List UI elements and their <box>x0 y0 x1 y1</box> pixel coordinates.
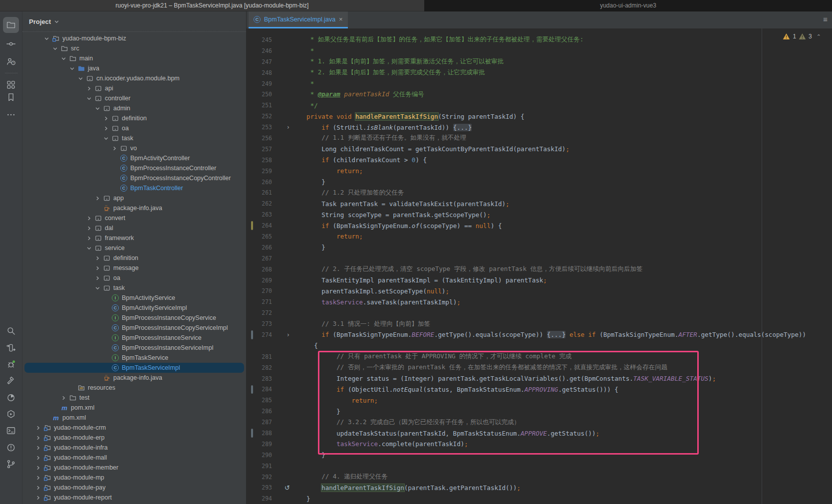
tree-item-vo[interactable]: vo <box>24 143 244 153</box>
tree-item-dal[interactable]: dal <box>24 223 244 233</box>
code-line-246[interactable]: 246 * <box>247 45 832 56</box>
tree-item-yudao-module-bpm-biz[interactable]: yudao-module-bpm-biz <box>24 33 244 43</box>
code-line-268[interactable]: 268 // 2. 子任务已处理完成，清空 scopeType 字段，修改 pa… <box>247 264 832 275</box>
chevron-expanded-icon[interactable] <box>50 46 60 51</box>
code-line-282[interactable]: 282 // 否则，一个未审批的 parentTask 任务，在加签出来的任务都… <box>247 362 832 373</box>
chevron-collapsed-icon[interactable] <box>33 475 43 481</box>
chevron-collapsed-icon[interactable] <box>84 216 94 221</box>
inspections-widget[interactable]: 1 3 ⌃ <box>783 33 821 40</box>
code-line-262[interactable]: 262 Task parentTask = validateTaskExist(… <box>247 198 832 209</box>
tree-item-bpmprocessinstancecontroller[interactable]: CBpmProcessInstanceController <box>24 163 244 173</box>
chevron-collapsed-icon[interactable] <box>93 196 102 201</box>
tree-item-java[interactable]: java <box>24 63 244 73</box>
fold-arrow-icon[interactable]: › <box>272 124 291 131</box>
chevron-collapsed-icon[interactable] <box>101 126 111 131</box>
transfer-icon[interactable] <box>3 340 19 356</box>
chevron-collapsed-icon[interactable] <box>93 255 102 261</box>
chevron-expanded-icon[interactable] <box>42 36 51 41</box>
tree-item-src[interactable]: src <box>24 43 244 53</box>
code-line-291[interactable]: 291 <box>247 461 832 472</box>
code-line-281[interactable]: 281 // 只有 parentTask 处于 APPROVING 的情况下，才… <box>247 351 832 362</box>
tree-item-test[interactable]: test <box>24 393 244 403</box>
code-line-258[interactable]: 258 if (childrenTaskCount > 0) { <box>247 155 832 166</box>
tree-item-app[interactable]: app <box>24 193 244 203</box>
code-line-256[interactable]: 256 // 1.1 判断是否还有子任务。如果没有，就不处理 <box>247 133 832 144</box>
bookmarks-icon[interactable] <box>3 89 19 105</box>
chevron-collapsed-icon[interactable] <box>33 455 43 461</box>
tree-item-definition[interactable]: definition <box>24 253 244 263</box>
code-line-284[interactable]: 284 if (ObjectUtil.notEqual(status, BpmT… <box>247 384 832 395</box>
code-editor[interactable]: 245 * 如果父任务是有前后【加签】的任务，如果它【加签】出来的子任务都被处理… <box>247 28 832 504</box>
tree-item-bpmprocessinstanceserviceimpl[interactable]: CBpmProcessInstanceServiceImpl <box>24 343 244 353</box>
tree-item-bpmtaskserviceimpl[interactable]: CBpmTaskServiceImpl <box>24 363 244 373</box>
more-icon[interactable] <box>3 107 19 123</box>
code-line-253[interactable]: 253› if (StrUtil.isBlank(parentTaskId)) … <box>247 122 832 133</box>
chevron-collapsed-icon[interactable] <box>84 226 94 231</box>
tab-bpmtaskserviceimpl[interactable]: C BpmTaskServiceImpl.java × <box>249 11 348 28</box>
project-icon[interactable] <box>3 17 19 33</box>
tree-item-bpmprocessinstancecopycontroller[interactable]: CBpmProcessInstanceCopyController <box>24 173 244 183</box>
tree-item-service[interactable]: service <box>24 243 244 253</box>
chevron-collapsed-icon[interactable] <box>101 116 111 121</box>
chevron-collapsed-icon[interactable] <box>59 395 68 401</box>
tree-item-oa[interactable]: oa <box>24 273 244 283</box>
tree-item-cn-iocoder-yudao-module-bpm[interactable]: cn.iocoder.yudao.module.bpm <box>24 73 244 83</box>
tabbar-options-icon[interactable]: ≡ <box>823 15 828 23</box>
code-line-274[interactable]: 274› if (BpmTaskSignTypeEnum.BEFORE.getT… <box>247 329 832 340</box>
services-icon[interactable] <box>3 406 19 422</box>
tree-item-yudao-module-crm[interactable]: yudao-module-crm <box>24 423 244 433</box>
code-line-260[interactable]: 260 } <box>247 177 832 188</box>
code-line-245[interactable]: 245 * 如果父任务是有前后【加签】的任务，如果它【加签】出来的子任务都被处理… <box>247 34 832 45</box>
code-line-286[interactable]: 286 } <box>247 406 832 417</box>
tree-item-resources[interactable]: resources <box>24 383 244 393</box>
code-line-269[interactable]: 269 TaskEntityImpl parentTaskImpl = (Tas… <box>247 275 832 286</box>
code-line-283[interactable]: 283 Integer status = (Integer) parentTas… <box>247 373 832 384</box>
tree-item-bpmactivityservice[interactable]: IBpmActivityService <box>24 293 244 303</box>
code-line-292[interactable]: 292 // 4. 递归处理父任务 <box>247 472 832 483</box>
tree-item-task[interactable]: task <box>24 133 244 143</box>
chevron-collapsed-icon[interactable] <box>33 435 43 441</box>
chevron-collapsed-icon[interactable] <box>33 495 43 501</box>
chevron-collapsed-icon[interactable] <box>93 275 102 281</box>
build-icon[interactable] <box>3 373 19 389</box>
chevron-up-icon[interactable]: ⌃ <box>817 33 821 40</box>
chevron-expanded-icon[interactable] <box>93 285 102 291</box>
tree-item-bpmprocessinstancecopyserviceimpl[interactable]: CBpmProcessInstanceCopyServiceImpl <box>24 323 244 333</box>
profiler-icon[interactable] <box>3 390 19 406</box>
code-line-270[interactable]: 270 parentTaskImpl.setScopeType(null); <box>247 285 832 296</box>
tree-item-controller[interactable]: controller <box>24 93 244 103</box>
problems-icon[interactable] <box>3 440 19 456</box>
tree-item-framework[interactable]: framework <box>24 233 244 243</box>
tree-item-message[interactable]: message <box>24 263 244 273</box>
chevron-collapsed-icon[interactable] <box>84 86 94 91</box>
tree-item-pom-xml[interactable]: mpom.xml <box>24 403 244 413</box>
code-line-267[interactable]: 267 <box>247 253 832 264</box>
tree-item-yudao-module-report[interactable]: yudao-module-report <box>24 493 244 503</box>
tree-item-convert[interactable]: convert <box>24 213 244 223</box>
chevron-collapsed-icon[interactable] <box>33 445 43 451</box>
tree-item-yudao-module-pay[interactable]: yudao-module-pay <box>24 483 244 493</box>
terminal-icon[interactable] <box>3 423 19 439</box>
code-line-293[interactable]: 293↺ handleParentTaskIfSign(parentTask.g… <box>247 483 832 494</box>
code-line-257[interactable]: 257 Long childrenTaskCount = getTaskCoun… <box>247 144 832 155</box>
tree-item-yudao-module-mp[interactable]: yudao-module-mp <box>24 473 244 483</box>
search-icon[interactable] <box>3 323 19 339</box>
tree-item-yudao-module-member[interactable]: yudao-module-member <box>24 463 244 473</box>
code-line-252[interactable]: 252 private void handleParentTaskIfSign(… <box>247 111 832 122</box>
code-line-251[interactable]: 251 */ <box>247 100 832 111</box>
tree-item-api[interactable]: api <box>24 83 244 93</box>
code-line-290[interactable]: 290 } <box>247 450 832 461</box>
code-line-wrap[interactable]: { <box>247 340 832 351</box>
code-line-266[interactable]: 266 } <box>247 242 832 253</box>
code-line-271[interactable]: 271 taskService.saveTask(parentTaskImpl)… <box>247 296 832 307</box>
tree-item-oa[interactable]: oa <box>24 123 244 133</box>
code-line-250[interactable]: 250 * @param parentTaskId 父任务编号 <box>247 89 832 100</box>
pull-requests-icon[interactable]: ? <box>3 53 19 69</box>
chevron-expanded-icon[interactable] <box>67 66 77 71</box>
tree-item-bpmactivitycontroller[interactable]: CBpmActivityController <box>24 153 244 163</box>
code-line-294[interactable]: 294 } <box>247 493 832 504</box>
code-line-265[interactable]: 265 return; <box>247 231 832 242</box>
tree-item-admin[interactable]: admin <box>24 103 244 113</box>
tab-close-icon[interactable]: × <box>339 16 343 22</box>
tree-item-main[interactable]: main <box>24 53 244 63</box>
